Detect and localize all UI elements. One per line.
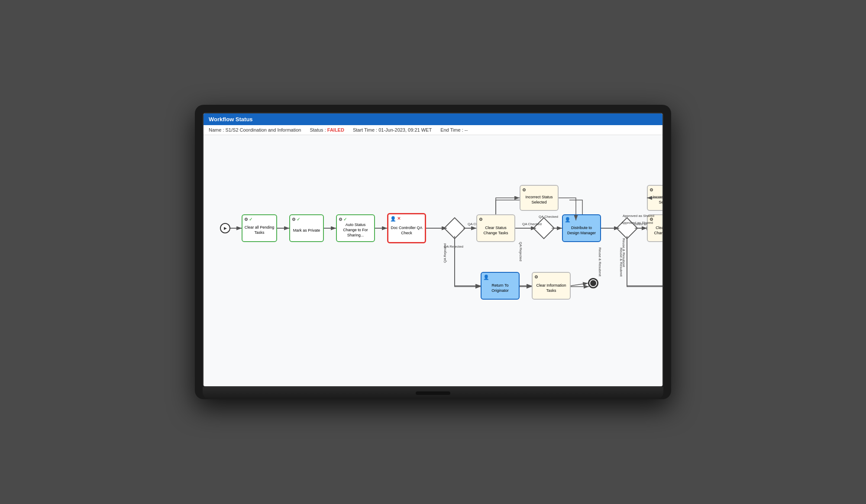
qa-checked-label: QA Checked [539,215,558,219]
start-time-label: Start Time : 01-Jun-2023, 09:21 WET [353,127,432,132]
node-return-originator-1[interactable]: Return To Originator [481,272,520,300]
node-label: Mark as Private [293,228,320,233]
gear-icon [522,187,526,192]
gateway-2 [533,217,555,239]
node-label: Clear Status Change Tasks [650,226,662,236]
connectors-svg: QA Checked QA Rejected Approved as Share… [212,144,662,369]
person-icon [483,275,489,280]
x-icon [397,216,401,222]
gear-icon [244,217,248,222]
qa-rejected-label: QA Rejected [519,242,523,262]
svg-line-31 [571,283,588,286]
check-icon [343,217,347,222]
node-clear-pending[interactable]: Clear all Pending Tasks [242,214,277,242]
gear-icon [479,217,483,222]
diagram-container: QA Checked QA Rejected Approved as Share… [212,144,662,369]
node-label: Distribute to Design Manager [565,226,598,236]
status-value: FAILED [327,127,344,132]
node-mark-private[interactable]: Mark as Private [289,214,324,242]
svg-text:Reuse & Resubmit: Reuse & Resubmit [619,248,623,277]
svg-text:QA Rejected: QA Rejected [443,243,447,263]
person-icon [565,217,571,223]
person-icon [390,216,396,222]
node-auto-status[interactable]: Auto Status Change to For Sharing... [336,214,375,242]
check-icon [297,217,300,222]
node-label: Return To Originator [483,283,517,293]
gear-icon [339,217,343,222]
app-title: Workflow Status [209,116,253,123]
node-distribute[interactable]: Distribute to Design Manager [562,214,601,242]
app-header: Workflow Status [204,113,662,125]
node-label: Auto Status Change to For Sharing... [339,223,372,238]
svg-text:Reuse & Resubmit: Reuse & Resubmit [622,238,626,267]
workflow-canvas: QA Checked QA Rejected Approved as Share… [204,135,662,386]
node-clear-status-2[interactable]: Clear Status Change Tasks [647,214,662,242]
node-clear-status-1[interactable]: Clear Status Change Tasks [476,214,515,242]
node-label: Clear Information Tasks [534,283,568,293]
gateway-1 [444,217,466,239]
node-incorrect-status-1[interactable]: Incorrect Status Selected [520,185,559,211]
node-label: Doc Controller QA Check [390,226,423,236]
gear-icon [292,217,296,222]
laptop-base [203,387,663,399]
gear-icon [534,275,538,279]
node-clear-info[interactable]: Clear Information Tasks [532,272,571,300]
node-doc-controller[interactable]: Doc Controller QA Check [387,213,426,243]
node-label: Clear Status Change Tasks [479,226,513,236]
node-label: Incorrect Status Selected [650,195,662,205]
extra-connectors: QA Checked QA Rejected Approved as Share… [212,144,662,369]
laptop-screen: Workflow Status Name : S1/S2 Coordinatio… [203,113,663,387]
end-event-1 [588,278,598,288]
check-icon [249,217,252,222]
laptop-outer: Workflow Status Name : S1/S2 Coordinatio… [195,105,671,399]
status-label: Status : FAILED [310,127,344,132]
info-bar: Name : S1/S2 Coordination and Informatio… [204,125,662,135]
end-time-label: End Time : -- [440,127,468,132]
approved-label: Approved as Shared [623,214,654,218]
node-label: Clear all Pending Tasks [244,225,275,235]
reuse-label: Reuse & Resubmit [598,248,602,277]
svg-text:QA Rejected: QA Rejected [444,245,463,249]
name-label: Name : S1/S2 Coordination and Informatio… [209,127,301,132]
node-incorrect-status-2[interactable]: Incorrect Status Selected [647,185,662,211]
start-event [220,223,230,233]
gateway-3 [616,217,638,239]
node-label: Incorrect Status Selected [522,195,556,205]
laptop-notch [416,391,450,395]
gear-icon [650,187,653,192]
